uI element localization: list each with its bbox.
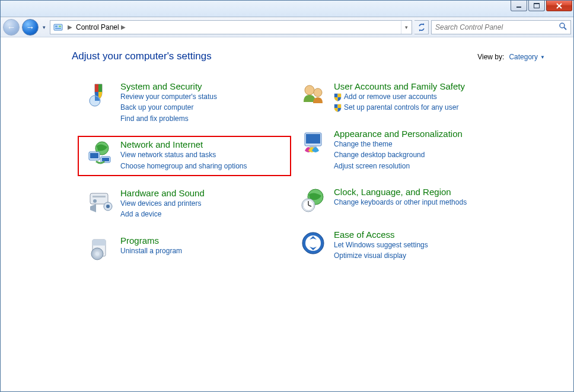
category-user-accounts: User Accounts and Family Safety Add or r… xyxy=(296,79,503,116)
svg-point-25 xyxy=(314,88,322,97)
category-link[interactable]: Set up parental controls for any user xyxy=(334,103,465,113)
category-link[interactable]: Change desktop background xyxy=(334,150,463,160)
hardware-sound-icon xyxy=(86,188,113,215)
svg-rect-14 xyxy=(102,158,109,161)
svg-rect-0 xyxy=(516,7,521,8)
category-title[interactable]: Appearance and Personalization xyxy=(334,129,463,139)
uac-shield-icon xyxy=(334,104,342,112)
category-title[interactable]: Network and Internet xyxy=(120,139,247,149)
category-title[interactable]: Clock, Language, and Region xyxy=(334,187,467,197)
svg-rect-4 xyxy=(55,26,58,27)
breadcrumb-separator-icon: ▶ xyxy=(66,24,76,30)
category-system-and-security: System and Security Review your computer… xyxy=(82,79,290,126)
minimize-button[interactable] xyxy=(511,1,527,11)
category-column-left: System and Security Review your computer… xyxy=(82,79,290,265)
category-link[interactable]: View network status and tasks xyxy=(120,150,247,160)
svg-point-23 xyxy=(95,252,99,256)
category-title[interactable]: System and Security xyxy=(120,81,217,91)
window-titlebar xyxy=(1,1,573,17)
category-link[interactable]: Change the theme xyxy=(334,139,463,149)
svg-rect-12 xyxy=(90,153,98,158)
category-programs: Programs Uninstall a program xyxy=(82,233,290,265)
category-title[interactable]: User Accounts and Family Safety xyxy=(334,81,465,91)
ease-of-access-icon xyxy=(299,230,327,257)
category-hardware-and-sound: Hardware and Sound View devices and prin… xyxy=(82,186,290,222)
close-button[interactable] xyxy=(546,1,572,11)
search-input[interactable] xyxy=(435,23,559,31)
back-button[interactable]: ← xyxy=(3,19,20,36)
category-appearance: Appearance and Personalization Change th… xyxy=(296,126,503,174)
category-title[interactable]: Hardware and Sound xyxy=(120,188,205,198)
recent-locations-button[interactable]: ▾ xyxy=(41,24,47,30)
forward-button[interactable]: → xyxy=(22,19,39,36)
svg-rect-2 xyxy=(534,3,540,4)
navigation-bar: ← → ▾ ▶ Control Panel ▶ ▾ xyxy=(1,17,573,37)
view-by-value: Category xyxy=(509,53,538,61)
svg-rect-21 xyxy=(93,240,106,246)
category-link[interactable]: Optimize visual display xyxy=(334,251,428,261)
content-area: Adjust your computer's settings View by:… xyxy=(1,37,573,391)
category-link[interactable]: Find and fix problems xyxy=(120,114,217,124)
search-box[interactable] xyxy=(431,20,571,34)
page-title: Adjust your computer's settings xyxy=(72,50,212,62)
category-link[interactable]: View devices and printers xyxy=(120,199,205,209)
breadcrumb-item[interactable]: Control Panel xyxy=(76,23,119,31)
user-accounts-icon xyxy=(299,81,327,109)
category-link[interactable]: Back up your computer xyxy=(120,103,217,113)
system-security-icon xyxy=(86,81,113,109)
view-by-control: View by: Category ▼ xyxy=(477,53,545,61)
arrow-left-icon: ← xyxy=(7,23,16,31)
breadcrumb-separator-icon[interactable]: ▶ xyxy=(119,24,129,30)
category-column-right: User Accounts and Family Safety Add or r… xyxy=(296,79,503,265)
category-link[interactable]: Change keyboards or other input methods xyxy=(334,197,467,208)
svg-rect-15 xyxy=(90,193,108,204)
svg-rect-6 xyxy=(55,28,61,29)
svg-point-7 xyxy=(560,23,565,28)
category-title[interactable]: Programs xyxy=(120,235,182,246)
search-icon xyxy=(559,22,567,32)
category-link[interactable]: Let Windows suggest settings xyxy=(334,240,428,250)
clock-region-icon xyxy=(299,187,327,214)
svg-rect-16 xyxy=(93,196,106,197)
view-by-dropdown[interactable]: Category ▼ xyxy=(509,53,545,61)
category-link[interactable]: Add a device xyxy=(120,209,205,219)
category-clock-language-region: Clock, Language, and Region Change keybo… xyxy=(296,184,503,216)
category-link[interactable]: Uninstall a program xyxy=(120,246,182,256)
category-ease-of-access: Ease of Access Let Windows suggest setti… xyxy=(296,227,503,264)
network-internet-icon xyxy=(86,139,113,167)
category-title[interactable]: Ease of Access xyxy=(334,230,428,240)
programs-icon xyxy=(86,235,113,263)
svg-point-19 xyxy=(106,205,110,208)
svg-rect-5 xyxy=(59,26,61,27)
control-panel-icon xyxy=(53,22,63,33)
address-history-button[interactable]: ▾ xyxy=(401,21,412,34)
appearance-icon xyxy=(299,129,327,156)
svg-point-17 xyxy=(93,199,97,203)
view-by-label: View by: xyxy=(477,53,504,61)
maximize-button[interactable] xyxy=(528,1,545,11)
svg-line-8 xyxy=(564,27,566,30)
arrow-right-icon: → xyxy=(26,23,35,31)
refresh-button[interactable] xyxy=(414,20,429,34)
chevron-down-icon: ▼ xyxy=(540,55,545,60)
svg-rect-27 xyxy=(306,134,320,144)
category-link[interactable]: Add or remove user accounts xyxy=(334,92,465,102)
svg-point-24 xyxy=(305,85,314,95)
address-bar[interactable]: ▶ Control Panel ▶ ▾ xyxy=(50,20,412,34)
category-link[interactable]: Choose homegroup and sharing options xyxy=(120,161,247,171)
uac-shield-icon xyxy=(334,93,342,101)
category-link[interactable]: Review your computer's status xyxy=(120,92,217,102)
category-link[interactable]: Adjust screen resolution xyxy=(334,161,463,171)
category-network-and-internet: Network and Internet View network status… xyxy=(78,136,291,176)
